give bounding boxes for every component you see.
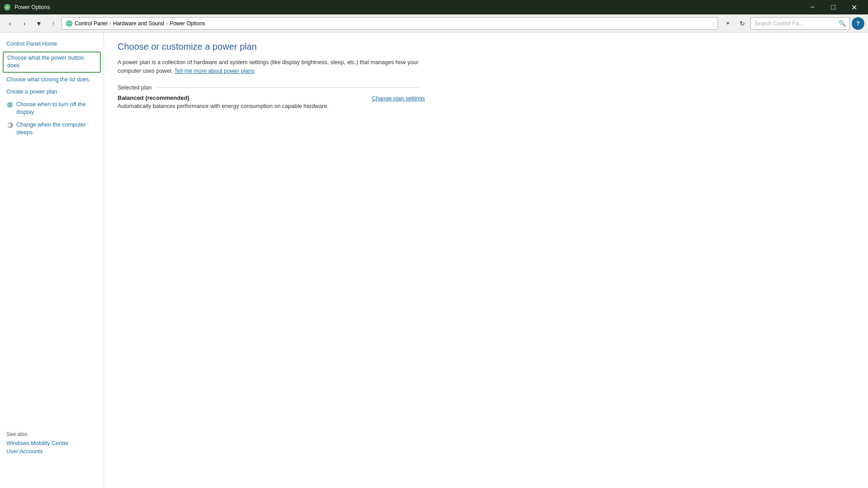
sidebar: Control Panel Home Choose what the power… xyxy=(0,33,104,145)
sidebar-create-plan-label: Create a power plan xyxy=(6,88,57,96)
home-label: Control Panel Home xyxy=(6,40,57,48)
sidebar-item-power-button[interactable]: Choose what the power button does xyxy=(3,52,101,73)
change-plan-link[interactable]: Change plan settings xyxy=(372,95,425,102)
navigation-bar: ‹ › ▼ ↑ Control Panel › Hardware and Sou… xyxy=(0,14,868,33)
sidebar-closing-lid-label: Choose what closing the lid does xyxy=(6,76,89,84)
plan-row: Balanced (recommended) Automatically bal… xyxy=(118,94,425,109)
sidebar-item-computer-sleeps[interactable]: Change when the computer sleeps xyxy=(0,119,104,139)
sidebar-computer-sleeps-label: Change when the computer sleeps xyxy=(16,121,98,137)
search-bar[interactable]: Search Control Pa... 🔍 xyxy=(750,17,850,30)
address-icon xyxy=(66,20,73,27)
app-icon: ⚡ xyxy=(4,4,11,11)
sidebar-item-turn-off-display[interactable]: Choose when to turn off the display xyxy=(0,99,104,119)
plan-divider xyxy=(157,87,420,88)
sidebar-turn-off-display-label: Choose when to turn off the display xyxy=(16,101,98,117)
description-text: A power plan is a collection of hardware… xyxy=(118,59,419,74)
breadcrumb-control-panel[interactable]: Control Panel xyxy=(75,20,108,27)
plan-description: Automatically balances performance with … xyxy=(118,103,329,109)
see-also-user-accounts[interactable]: User Accounts xyxy=(6,448,98,455)
sidebar-item-create-plan[interactable]: Create a power plan xyxy=(0,86,104,99)
back-button[interactable]: ‹ xyxy=(4,17,16,30)
svg-text:⚡: ⚡ xyxy=(5,5,10,10)
see-also-section: See also Windows Mobility Center User Ac… xyxy=(0,427,104,461)
page-title: Choose or customize a power plan xyxy=(118,42,854,52)
window-controls: − □ ✕ xyxy=(802,0,864,14)
address-path: Control Panel › Hardware and Sound › Pow… xyxy=(75,20,205,27)
minimize-button[interactable]: − xyxy=(802,0,823,14)
close-button[interactable]: ✕ xyxy=(844,0,864,14)
search-icon[interactable]: 🔍 xyxy=(839,20,846,27)
sidebar-wrapper: Control Panel Home Choose what the power… xyxy=(0,33,104,488)
breadcrumb-hardware-sound[interactable]: Hardware and Sound xyxy=(113,20,164,27)
selected-plan-row: Selected plan xyxy=(118,84,854,91)
selected-plan-label: Selected plan xyxy=(118,84,152,91)
plan-name: Balanced (recommended) xyxy=(118,94,329,101)
address-bar[interactable]: Control Panel › Hardware and Sound › Pow… xyxy=(61,17,718,30)
maximize-button[interactable]: □ xyxy=(823,0,844,14)
svg-point-9 xyxy=(7,123,11,127)
globe-icon xyxy=(6,101,14,108)
recent-pages-button[interactable]: ▼ xyxy=(33,17,45,30)
see-also-title: See also xyxy=(6,431,98,437)
moon-icon xyxy=(6,122,14,129)
address-dropdown-button[interactable]: ▼ xyxy=(722,17,734,30)
breadcrumb-power-options[interactable]: Power Options xyxy=(170,20,205,27)
search-placeholder: Search Control Pa... xyxy=(755,20,837,27)
refresh-button[interactable]: ↻ xyxy=(736,17,749,30)
forward-button[interactable]: › xyxy=(18,17,31,30)
learn-more-link[interactable]: Tell me more about power plans xyxy=(175,68,255,74)
main-area: Control Panel Home Choose what the power… xyxy=(0,33,868,488)
sidebar-power-button-label: Choose what the power button does xyxy=(7,54,96,70)
sidebar-item-closing-lid[interactable]: Choose what closing the lid does xyxy=(0,74,104,86)
see-also-mobility-center[interactable]: Windows Mobility Center xyxy=(6,440,98,446)
plan-info: Balanced (recommended) Automatically bal… xyxy=(118,94,329,109)
page-description: A power plan is a collection of hardware… xyxy=(118,58,425,75)
title-bar: ⚡ Power Options − □ ✕ xyxy=(0,0,868,14)
help-button[interactable]: ? xyxy=(852,17,864,30)
window-title: Power Options xyxy=(14,4,798,10)
sidebar-item-home[interactable]: Control Panel Home xyxy=(0,38,104,51)
content-area: Choose or customize a power plan A power… xyxy=(104,33,868,488)
up-button[interactable]: ↑ xyxy=(47,17,60,30)
